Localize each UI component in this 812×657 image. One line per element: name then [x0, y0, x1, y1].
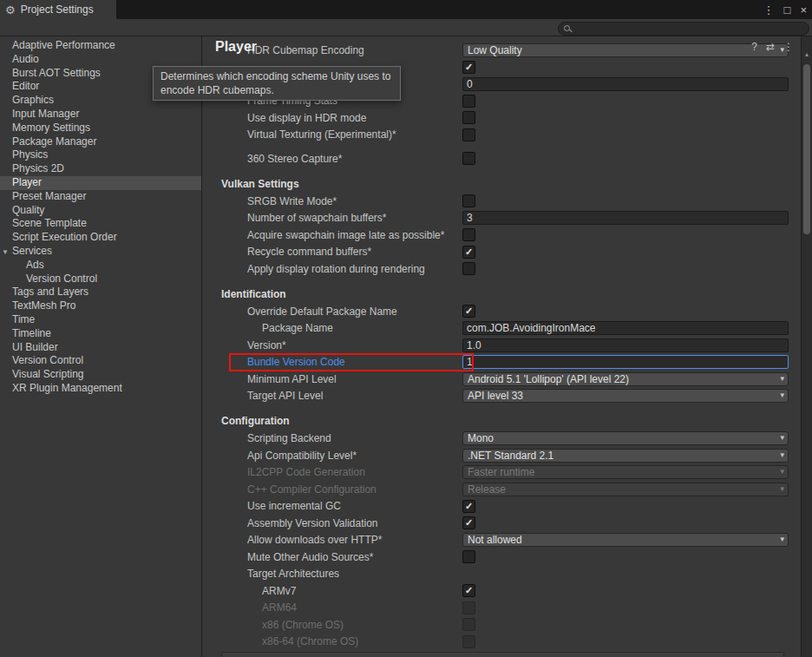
checkbox-use-display-in-hdr-mode[interactable] — [462, 111, 475, 124]
setting-row-hdr-cubemap-encoding: HDR Cubemap EncodingLow Quality▾ — [206, 42, 799, 59]
sidebar-item-editor[interactable]: Editor — [0, 80, 201, 94]
setting-value: Low Quality▾ — [462, 43, 799, 57]
setting-value — [462, 550, 799, 563]
dropdown-scripting-backend[interactable]: Mono▾ — [462, 431, 789, 445]
sidebar-item-memory-settings[interactable]: Memory Settings — [0, 122, 201, 135]
setting-label: ARM64 — [206, 601, 462, 614]
setting-row-360-stereo-capture: 360 Stereo Capture* — [206, 150, 799, 168]
setting-row-apply-display-rotation-during-rendering: Apply display rotation during rendering — [206, 260, 799, 278]
checkbox-360-stereo-capture[interactable] — [462, 152, 475, 165]
sidebar-item-time[interactable]: Time — [0, 313, 201, 327]
setting-value — [462, 152, 799, 165]
close-icon[interactable]: × — [800, 4, 807, 16]
checkbox-frame-timing-stats[interactable] — [462, 95, 475, 108]
setting-value — [462, 228, 799, 241]
sidebar-item-quality[interactable]: Quality — [0, 204, 201, 218]
sidebar-item-textmesh-pro[interactable]: TextMesh Pro — [0, 299, 201, 313]
sidebar-item-visual-scripting[interactable]: Visual Scripting — [0, 368, 201, 382]
scroll-up-icon[interactable]: ▴ — [802, 50, 812, 58]
setting-label: Frame Timing Stats — [206, 95, 462, 107]
vertical-scrollbar[interactable]: ▴ — [801, 36, 812, 657]
maximize-icon[interactable]: □ — [784, 4, 791, 16]
scrollbar-thumb[interactable] — [803, 64, 810, 234]
setting-label: Recycle command buffers* — [206, 246, 462, 258]
dropdown-api-compatibility-level[interactable]: .NET Standard 2.1▾ — [462, 449, 789, 463]
sidebar-item-version-control[interactable]: Version Control — [0, 273, 201, 286]
checkbox-unlabeled[interactable]: ✓ — [462, 61, 475, 74]
setting-row-srgb-write-mode: SRGB Write Mode* — [206, 193, 799, 210]
foldout-icon[interactable]: ▼ — [2, 246, 9, 260]
setting-row-package-name: Package Name — [206, 320, 799, 338]
sidebar-item-physics-2d[interactable]: Physics 2D — [0, 162, 201, 176]
setting-value — [462, 618, 799, 631]
dropdown-target-api-level[interactable]: API level 33▾ — [462, 389, 789, 403]
pane-header-icons: ? ⇄ ⋮ — [751, 42, 794, 52]
dropdown-minimum-api-level[interactable]: Android 5.1 'Lollipop' (API level 22)▾ — [462, 372, 789, 386]
field-version[interactable] — [462, 338, 789, 352]
field-unlabeled[interactable] — [462, 77, 789, 91]
checkbox-apply-display-rotation-during-rendering[interactable] — [462, 262, 475, 275]
setting-value — [462, 601, 799, 614]
setting-value — [462, 321, 799, 335]
sidebar-item-label: Input Manager — [12, 108, 79, 120]
sidebar-item-label: Scene Template — [12, 217, 87, 229]
setting-row-target-architectures: Target Architectures — [206, 566, 799, 583]
checkbox-assembly-version-validation[interactable]: ✓ — [462, 516, 475, 529]
tab-project-settings[interactable]: ⚙ Project Settings — [0, 0, 116, 19]
setting-label: SRGB Write Mode* — [206, 195, 462, 207]
setting-label: Target API Level — [206, 390, 462, 402]
sidebar-item-ads[interactable]: Ads — [0, 259, 201, 273]
sidebar-item-version-control[interactable]: Version Control — [0, 354, 201, 368]
sidebar-item-input-manager[interactable]: Input Manager — [0, 108, 201, 122]
sidebar-item-burst-aot-settings[interactable]: Burst AOT Settings — [0, 67, 201, 81]
sidebar-item-adaptive-performance[interactable]: Adaptive Performance — [0, 39, 201, 53]
sidebar-item-audio[interactable]: Audio — [0, 53, 201, 67]
sidebar-item-xr-plugin-management[interactable]: XR Plugin Management — [0, 382, 201, 396]
help-icon[interactable]: ? — [751, 42, 757, 52]
checkbox-virtual-texturing-experimental[interactable] — [462, 128, 475, 141]
checkbox-armv7[interactable]: ✓ — [462, 584, 475, 597]
checkbox-override-default-package-name[interactable]: ✓ — [462, 305, 475, 318]
setting-value: Android 5.1 'Lollipop' (API level 22)▾ — [462, 372, 799, 386]
setting-label: Use incremental GC — [206, 500, 462, 512]
checkbox-srgb-write-mode[interactable] — [462, 194, 475, 207]
sidebar-item-preset-manager[interactable]: Preset Manager — [0, 190, 201, 204]
sidebar-item-ui-builder[interactable]: UI Builder — [0, 341, 201, 355]
dropdown-il2cpp-code-generation: Faster runtime▾ — [462, 465, 789, 479]
setting-value: ✓ — [462, 584, 799, 597]
checkbox-acquire-swapchain-image-late-as-possible[interactable] — [462, 228, 475, 241]
sidebar-item-label: Tags and Layers — [12, 286, 88, 298]
sidebar-item-script-execution-order[interactable]: Script Execution Order — [0, 231, 201, 245]
sidebar-item-scene-template[interactable]: Scene Template — [0, 217, 201, 231]
checkbox-mute-other-audio-sources[interactable] — [462, 550, 475, 563]
warning-helpbox: You are making a release build and using… — [221, 652, 784, 657]
sidebar-item-timeline[interactable]: Timeline — [0, 327, 201, 341]
setting-value: .NET Standard 2.1▾ — [462, 449, 799, 463]
sidebar-item-label: Time — [12, 313, 35, 325]
field-bundle-version-code[interactable] — [462, 355, 789, 369]
sidebar-item-physics[interactable]: Physics — [0, 148, 201, 162]
setting-value — [462, 77, 799, 91]
sidebar-item-label: Audio — [12, 53, 39, 65]
sidebar-item-player[interactable]: Player — [0, 176, 201, 190]
sidebar-item-tags-and-layers[interactable]: Tags and Layers — [0, 286, 201, 299]
sidebar-item-graphics[interactable]: Graphics — [0, 94, 201, 108]
settings-rows: HDR Cubemap EncodingLow Quality▾✓Frame T… — [206, 42, 799, 657]
more-menu-icon[interactable]: ⋮ — [783, 42, 794, 52]
sidebar-item-services[interactable]: ▼Services — [0, 245, 201, 259]
dropdown-hdr-cubemap-encoding[interactable]: Low Quality▾ — [462, 43, 789, 57]
dropdown-allow-downloads-over-http[interactable]: Not allowed▾ — [462, 533, 789, 547]
field-package-name[interactable] — [462, 321, 789, 335]
setting-label: Api Compatibility Level* — [206, 450, 462, 462]
setting-row-x86-64-chrome-os: x86-64 (Chrome OS) — [206, 634, 799, 651]
window-menu-icon[interactable]: ⋮ — [763, 4, 775, 16]
sidebar-item-package-manager[interactable]: Package Manager — [0, 135, 201, 149]
checkbox-recycle-command-buffers[interactable]: ✓ — [462, 246, 475, 259]
setting-value: Mono▾ — [462, 431, 799, 445]
setting-value — [462, 635, 799, 648]
field-number-of-swapchain-buffers[interactable] — [462, 211, 789, 225]
checkbox-use-incremental-gc[interactable]: ✓ — [462, 500, 475, 513]
presets-icon[interactable]: ⇄ — [766, 42, 775, 52]
dropdown-value: Not allowed — [463, 534, 788, 546]
search-input[interactable] — [558, 22, 809, 36]
